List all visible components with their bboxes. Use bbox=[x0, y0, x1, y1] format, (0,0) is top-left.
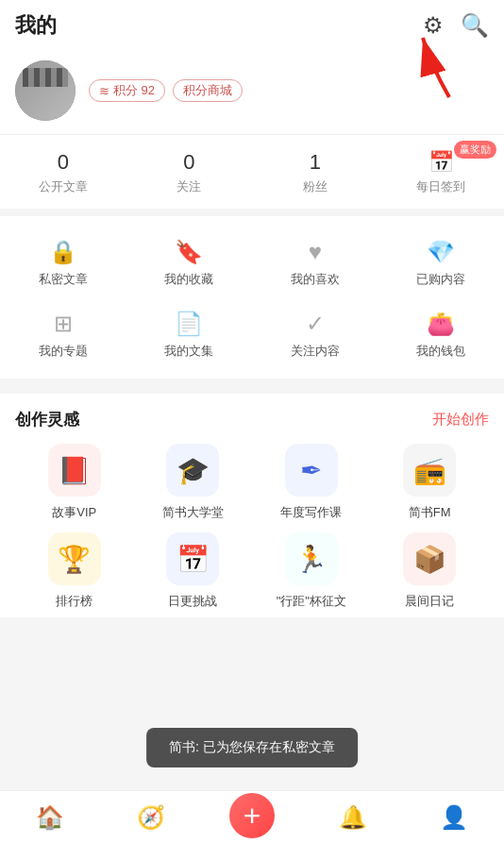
stat-articles[interactable]: 0 公开文章 bbox=[0, 150, 126, 195]
grid-icon: ⊞ bbox=[54, 311, 73, 337]
start-creation-link[interactable]: 开始创作 bbox=[432, 411, 489, 429]
badges-row: ≋ 积分 92 积分商城 bbox=[89, 79, 243, 102]
lock-icon: 🔒 bbox=[49, 239, 77, 265]
plus-icon: + bbox=[244, 801, 261, 831]
app-rank[interactable]: 🏆 排行榜 bbox=[15, 532, 134, 610]
menu-favorites-label: 我的收藏 bbox=[164, 271, 213, 288]
menu-grid-row1: 🔒 私密文章 🔖 我的收藏 ♥ 我的喜欢 💎 已购内容 bbox=[0, 231, 504, 303]
profile-badges: ≋ 积分 92 积分商城 bbox=[89, 79, 243, 102]
page-title: 我的 bbox=[15, 11, 57, 40]
app-fm-label: 简书FM bbox=[409, 504, 451, 521]
profile-icon: 👤 bbox=[440, 804, 468, 831]
stat-following-value: 0 bbox=[183, 150, 194, 175]
header: 我的 ⚙ 🔍 bbox=[0, 0, 504, 51]
stat-following-label: 关注 bbox=[176, 178, 201, 195]
app-university-label: 简书大学堂 bbox=[162, 504, 224, 521]
stats-section: 0 公开文章 0 关注 1 粉丝 赢奖励 📅 每日签到 bbox=[0, 134, 504, 209]
stat-checkin[interactable]: 赢奖励 📅 每日签到 bbox=[378, 150, 505, 195]
menu-private-articles-label: 私密文章 bbox=[39, 271, 88, 288]
university-icon-wrap: 🎓 bbox=[166, 444, 219, 497]
divider-1 bbox=[0, 209, 504, 216]
check-icon: ✓ bbox=[306, 311, 325, 337]
competition-icon: 🏃 bbox=[294, 544, 328, 575]
menu-collections-label: 我的文集 bbox=[164, 343, 213, 360]
stat-fans[interactable]: 1 粉丝 bbox=[252, 150, 378, 195]
stat-following[interactable]: 0 关注 bbox=[126, 150, 253, 195]
stat-fans-label: 粉丝 bbox=[303, 178, 328, 195]
stat-fans-value: 1 bbox=[310, 150, 321, 175]
points-badge[interactable]: ≋ 积分 92 bbox=[89, 79, 165, 102]
app-daily[interactable]: 📅 日更挑战 bbox=[134, 532, 253, 610]
nav-discover[interactable]: 🧭 bbox=[101, 791, 202, 843]
menu-following-content[interactable]: ✓ 关注内容 bbox=[252, 303, 378, 375]
app-vip-label: 故事VIP bbox=[52, 504, 96, 521]
profile-section: ≋ 积分 92 积分商城 bbox=[0, 51, 504, 134]
wallet-icon: 👛 bbox=[427, 311, 455, 337]
bookmark-icon: 🔖 bbox=[175, 239, 203, 265]
diamond-icon: 💎 bbox=[427, 239, 455, 265]
menu-purchased[interactable]: 💎 已购内容 bbox=[378, 231, 505, 303]
bottom-nav: 🏠 🧭 + 🔔 👤 bbox=[0, 790, 504, 843]
menu-grid-row2: ⊞ 我的专题 📄 我的文集 ✓ 关注内容 👛 我的钱包 bbox=[0, 303, 504, 375]
app-university[interactable]: 🎓 简书大学堂 bbox=[134, 444, 253, 521]
nav-profile[interactable]: 👤 bbox=[403, 791, 504, 843]
trophy-icon: 🏆 bbox=[58, 544, 91, 575]
nav-notifications[interactable]: 🔔 bbox=[302, 791, 403, 843]
nav-home[interactable]: 🏠 bbox=[0, 791, 101, 843]
menu-topics-label: 我的专题 bbox=[39, 343, 88, 360]
comp-icon-wrap: 🏃 bbox=[285, 532, 338, 585]
menu-purchased-label: 已购内容 bbox=[416, 271, 465, 288]
app-writing[interactable]: ✒ 年度写作课 bbox=[252, 444, 371, 521]
menu-collections[interactable]: 📄 我的文集 bbox=[126, 303, 253, 375]
bell-icon: 🔔 bbox=[339, 804, 367, 831]
daily-icon-wrap: 📅 bbox=[166, 532, 219, 585]
menu-likes[interactable]: ♥ 我的喜欢 bbox=[252, 231, 378, 303]
heart-icon: ♥ bbox=[309, 239, 322, 265]
store-badge[interactable]: 积分商城 bbox=[173, 79, 243, 102]
creation-header: 创作灵感 开始创作 bbox=[15, 409, 489, 430]
app-diary[interactable]: 📦 晨间日记 bbox=[371, 532, 490, 610]
checkin-label: 每日签到 bbox=[416, 178, 465, 195]
menu-favorites[interactable]: 🔖 我的收藏 bbox=[126, 231, 253, 303]
menu-following-content-label: 关注内容 bbox=[291, 343, 340, 360]
diary-icon: 📦 bbox=[413, 544, 446, 575]
app-fm[interactable]: 📻 简书FM bbox=[371, 444, 490, 521]
settings-icon[interactable]: ⚙ bbox=[423, 12, 444, 39]
checkin-reward-badge: 赢奖励 bbox=[454, 141, 496, 159]
avatar[interactable] bbox=[15, 60, 76, 121]
vip-icon-wrap: 📕 bbox=[48, 444, 101, 497]
menu-topics[interactable]: ⊞ 我的专题 bbox=[0, 303, 126, 375]
app-rank-label: 排行榜 bbox=[56, 593, 92, 610]
nav-create[interactable]: + bbox=[202, 791, 303, 843]
search-icon[interactable]: 🔍 bbox=[461, 12, 489, 39]
toast-message: 简书: 已为您保存在私密文章 bbox=[146, 728, 358, 767]
divider-2 bbox=[0, 379, 504, 386]
app-competition-label: "行距"杯征文 bbox=[277, 593, 346, 610]
app-vip[interactable]: 📕 故事VIP bbox=[15, 444, 134, 521]
points-label: 积分 92 bbox=[113, 82, 155, 99]
checkin-calendar-icon: 📅 bbox=[428, 150, 454, 175]
creation-title: 创作灵感 bbox=[15, 409, 79, 430]
vip-icon: 📕 bbox=[58, 455, 91, 486]
home-icon: 🏠 bbox=[36, 804, 64, 831]
menu-wallet-label: 我的钱包 bbox=[416, 343, 465, 360]
app-grid: 📕 故事VIP 🎓 简书大学堂 ✒ 年度写作课 📻 简书FM 🏆 bbox=[15, 444, 489, 610]
app-daily-label: 日更挑战 bbox=[168, 593, 217, 610]
create-button[interactable]: + bbox=[229, 793, 275, 838]
writing-icon-wrap: ✒ bbox=[285, 444, 338, 497]
university-icon: 🎓 bbox=[176, 455, 210, 486]
app-diary-label: 晨间日记 bbox=[405, 593, 454, 610]
header-icon-group: ⚙ 🔍 bbox=[423, 12, 489, 39]
menu-likes-label: 我的喜欢 bbox=[291, 271, 340, 288]
menu-private-articles[interactable]: 🔒 私密文章 bbox=[0, 231, 126, 303]
store-label: 积分商城 bbox=[183, 82, 232, 99]
writing-pen-icon: ✒ bbox=[300, 455, 322, 486]
fm-icon: 📻 bbox=[413, 455, 446, 486]
fm-icon-wrap: 📻 bbox=[403, 444, 456, 497]
menu-wallet[interactable]: 👛 我的钱包 bbox=[378, 303, 505, 375]
stat-articles-value: 0 bbox=[58, 150, 69, 175]
document-icon: 📄 bbox=[175, 311, 203, 337]
app-competition[interactable]: 🏃 "行距"杯征文 bbox=[252, 532, 371, 610]
creation-section: 创作灵感 开始创作 📕 故事VIP 🎓 简书大学堂 ✒ 年度写作课 📻 bbox=[0, 394, 504, 617]
rank-icon-wrap: 🏆 bbox=[48, 532, 101, 585]
